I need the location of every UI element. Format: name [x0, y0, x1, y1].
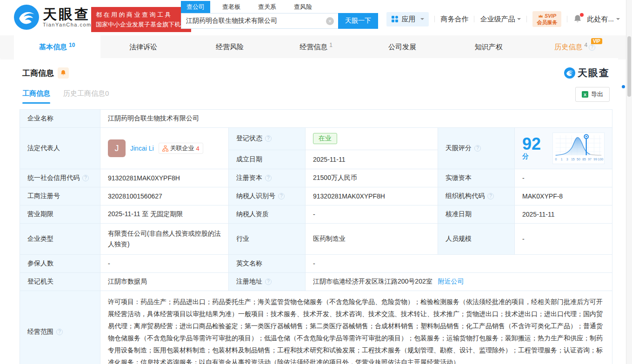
tab-intellectual-property[interactable]: 知识产权	[446, 35, 532, 58]
divider	[567, 16, 567, 22]
vip-badge: VIP	[591, 38, 602, 44]
clear-icon[interactable]	[326, 17, 334, 25]
subtab-history-business-info[interactable]: 历史工商信息0	[63, 89, 109, 104]
subtab-business-info[interactable]: 工商信息	[22, 89, 50, 104]
help-icon[interactable]	[474, 145, 481, 152]
search-button[interactable]: 天眼一下	[338, 13, 378, 29]
table-row: 统一社会信用代码 91320281MAK0XYPF8H 注册资本 21500万人…	[20, 169, 612, 187]
search-tab-boss[interactable]: 查老板	[217, 1, 246, 13]
field-label-approval-date: 核准日期	[438, 205, 515, 224]
svg-text:15: 15	[571, 158, 575, 161]
field-value-taxpayer-quality: -	[306, 205, 438, 224]
search-tab-risk[interactable]: 查风险	[288, 1, 318, 13]
business-info-table: 企业名称 江阴药明合联生物技术有限公司 法定代表人 J Jincai Li 关联…	[20, 109, 612, 364]
watermark-logo: 天眼查	[564, 66, 610, 79]
help-icon[interactable]	[82, 175, 89, 181]
section-title: 工商信息	[22, 68, 54, 79]
field-value-legal-rep: J Jincai Li 关联企业 4	[100, 128, 229, 169]
avatar[interactable]: J	[108, 139, 126, 157]
field-value-industry: 医药制造业	[306, 224, 438, 255]
company-tabstrip: 基本信息10 法律诉讼 经营风险 经营信息1 公司发展 知识产权 VIP 历史信…	[0, 35, 632, 58]
chevron-down-icon	[420, 18, 424, 22]
side-panel-handle[interactable]	[622, 85, 625, 88]
related-companies-badge[interactable]: 关联企业 4	[159, 143, 203, 154]
scrollbar-thumb[interactable]	[627, 36, 631, 97]
field-label-reg-number: 工商注册号	[20, 187, 100, 205]
svip-sublabel: 会员服务	[537, 19, 557, 26]
search-tab-relation[interactable]: 查关系	[253, 1, 282, 13]
export-button[interactable]: X 导出	[575, 87, 610, 102]
tab-company-development[interactable]: 公司发展	[359, 35, 446, 58]
apps-menu-button[interactable]: 应用	[386, 12, 429, 26]
org-chart-icon	[162, 146, 168, 152]
apps-label: 应用	[401, 15, 415, 24]
tab-operating-risk[interactable]: 经营风险	[186, 35, 273, 58]
related-count: 4	[196, 145, 200, 152]
tab-basic-info[interactable]: 基本信息10	[14, 35, 100, 58]
tianyancha-logo-icon	[14, 5, 39, 30]
field-value-reg-number: 320281001560627	[100, 187, 229, 205]
divider	[434, 16, 435, 22]
help-icon[interactable]	[487, 193, 494, 199]
business-info-section: 工商信息 天眼查 工商信息 历史工商信息0 X 导出 企业名称 江阴药明合联生物…	[14, 58, 618, 364]
field-label-reg-capital: 注册资本	[229, 169, 306, 187]
field-value-english-name: -	[306, 255, 612, 273]
svip-member-button[interactable]: SVIP 会员服务	[532, 11, 561, 27]
field-value-company-name: 江阴药明合联生物技术有限公司	[100, 110, 612, 128]
tab-operating-info[interactable]: 经营信息1	[273, 35, 359, 58]
search-input[interactable]	[181, 13, 338, 29]
table-row: 登记机关 江阴市数据局 注册地址 江阴市临港经济开发区珠江路200号202室 附…	[20, 273, 612, 291]
svg-text:85: 85	[582, 158, 586, 161]
table-row: 工商注册号 320281001560627 纳税人识别号 91320281MAK…	[20, 187, 612, 205]
svip-label: SVIP	[545, 13, 556, 19]
help-icon[interactable]	[265, 135, 272, 142]
field-label-company-type: 企业类型	[20, 224, 100, 255]
field-value-score: 92分	[515, 128, 612, 169]
field-value-reg-capital: 21500万人民币	[306, 169, 438, 187]
table-row: 企业类型 有限责任公司(非自然人投资或控股的法人独资) 行业 医药制造业 人员规…	[20, 224, 612, 255]
tab-count: 10	[69, 42, 75, 48]
search-tabs: 查公司 查老板 查关系 查风险	[181, 2, 378, 13]
scrollbar[interactable]	[626, 0, 632, 364]
user-menu[interactable]: 此处有...	[587, 15, 620, 24]
field-value-taxpayer-id: 91320281MAK0XYPF8H	[306, 187, 438, 205]
search-tab-company[interactable]: 查公司	[181, 1, 210, 13]
help-icon[interactable]	[589, 44, 595, 51]
nav-business-coop[interactable]: 商务合作	[440, 15, 468, 24]
help-icon[interactable]	[56, 329, 63, 335]
field-value-insured-count: -	[100, 255, 229, 273]
chevron-down-icon	[616, 18, 620, 22]
help-icon[interactable]	[265, 175, 272, 181]
monitor-bell-button[interactable]	[58, 67, 69, 79]
nav-enterprise-products[interactable]: 企业级产品	[480, 15, 521, 24]
notifications-button[interactable]	[573, 14, 582, 25]
field-label-reg-authority: 登记机关	[20, 273, 100, 291]
field-label-reg-status: 登记状态	[229, 128, 306, 150]
watermark-text: 天眼查	[578, 66, 610, 79]
field-value-company-type: 有限责任公司(非自然人投资或控股的法人独资)	[100, 224, 229, 255]
tianyancha-logo[interactable]: 天眼查 TianYanCha.com	[14, 5, 92, 30]
legal-rep-link[interactable]: Jincai Li	[130, 145, 154, 152]
divider	[474, 16, 474, 22]
chevron-down-icon	[517, 18, 521, 22]
slogan-line1: 都在用的商业查询工具	[96, 10, 186, 20]
tab-count: 1	[329, 42, 333, 48]
score-unit: 分	[522, 152, 529, 160]
tab-legal-proceedings[interactable]: 法律诉讼	[100, 35, 187, 58]
field-label-business-term: 营业期限	[20, 205, 100, 224]
help-icon[interactable]	[278, 193, 285, 199]
help-icon[interactable]	[265, 278, 272, 285]
svg-text:99: 99	[594, 158, 598, 161]
field-value-org-code: MAK0XYPF-8	[515, 187, 612, 205]
field-label-paid-capital: 实缴资本	[438, 169, 515, 187]
notification-dot	[580, 13, 584, 17]
nearby-companies-link[interactable]: 附近公司	[438, 278, 464, 285]
tab-count: 4	[584, 42, 587, 48]
top-nav: 应用 商务合作 企业级产品 SVIP 会员服务 此处有...	[386, 11, 620, 27]
field-value-reg-authority: 江阴市数据局	[100, 273, 229, 291]
table-row: 营业期限 2025-11-11 至 无固定期限 纳税人资质 - 核准日期 202…	[20, 205, 612, 224]
field-value-credit-code: 91320281MAK0XYPF8H	[100, 169, 229, 187]
svg-text:100: 100	[598, 158, 604, 161]
field-value-establish-date: 2025-11-11	[306, 150, 438, 169]
tab-history-info[interactable]: VIP 历史信息4	[532, 35, 618, 58]
